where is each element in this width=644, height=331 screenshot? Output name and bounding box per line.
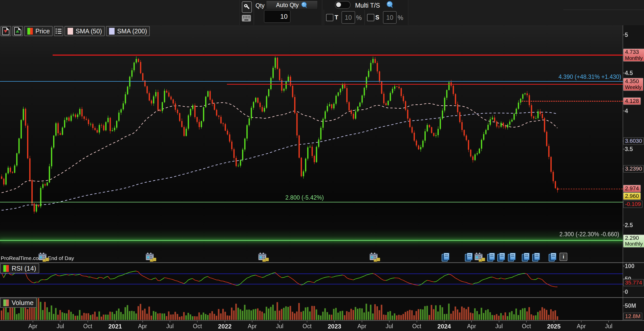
time-axis-tick bbox=[280, 321, 280, 322]
axis-value-label: -0.109 bbox=[623, 201, 642, 208]
time-axis-tick bbox=[33, 321, 33, 322]
rsi-legend-label: RSI (14) bbox=[12, 265, 36, 272]
time-axis-tick bbox=[307, 321, 307, 322]
dividend-calendar-icon[interactable] bbox=[258, 253, 267, 262]
panel-divider bbox=[0, 320, 644, 321]
time-axis-label: Apr bbox=[357, 323, 367, 330]
time-axis-tick bbox=[252, 321, 252, 322]
page-up-arrow-icon bbox=[14, 27, 21, 35]
time-axis-tick bbox=[225, 321, 225, 322]
indicator-list-button[interactable] bbox=[54, 26, 63, 36]
resistance-4350[interactable] bbox=[227, 84, 623, 85]
time-axis-tick bbox=[362, 321, 362, 322]
dividend-calendar-icon[interactable] bbox=[370, 253, 379, 262]
panel-divider[interactable] bbox=[0, 297, 644, 298]
time-axis-label: Oct bbox=[412, 323, 421, 330]
info-icon[interactable]: i bbox=[560, 253, 567, 262]
time-axis-label: Jul bbox=[495, 323, 503, 330]
news-docs-icon[interactable] bbox=[487, 253, 495, 262]
news-docs-icon[interactable] bbox=[549, 253, 556, 262]
price-legend-chip[interactable]: Price bbox=[24, 26, 53, 36]
time-axis-tick bbox=[608, 321, 609, 322]
time-axis-tick bbox=[444, 321, 444, 322]
time-axis-label: Oct bbox=[303, 323, 312, 330]
news-docs-icon[interactable] bbox=[508, 253, 516, 262]
axis-value-label: 4.128 bbox=[623, 98, 641, 105]
axis-value-label: 4.350Weekly bbox=[623, 78, 643, 91]
time-axis-label: Jul bbox=[276, 323, 283, 330]
page-down-arrow-icon bbox=[2, 27, 9, 35]
axis-value-label: 3.2390 bbox=[623, 165, 644, 173]
price-chart-canvas[interactable] bbox=[0, 0, 644, 331]
news-docs-icon[interactable] bbox=[442, 253, 449, 262]
sma200-legend-label: SMA (200) bbox=[117, 28, 147, 35]
time-axis-label: Jul bbox=[57, 323, 64, 330]
dashed-4128[interactable] bbox=[522, 101, 623, 102]
dividend-calendar-icon[interactable] bbox=[38, 253, 48, 262]
time-axis-label: Apr bbox=[248, 323, 257, 330]
axis-tick bbox=[623, 111, 625, 111]
sma50-legend-label: SMA (50) bbox=[76, 28, 102, 35]
resistance-4733[interactable] bbox=[53, 55, 623, 56]
prorealtime-window: Qty Auto Qty 10 Multi T/S bbox=[0, 0, 644, 331]
sma50-swatch-icon bbox=[67, 28, 73, 35]
time-axis-tick bbox=[88, 321, 88, 322]
time-axis-tick bbox=[581, 321, 582, 322]
sma200-swatch-icon bbox=[109, 28, 115, 35]
sell-order-button[interactable] bbox=[1, 26, 11, 36]
news-docs-icon[interactable] bbox=[522, 253, 529, 262]
time-axis-label: Apr bbox=[138, 323, 147, 330]
time-axis-tick bbox=[417, 321, 417, 322]
time-axis-tick bbox=[170, 321, 170, 322]
axis-value-label: 3.6030 bbox=[623, 137, 644, 145]
dividend-calendar-icon[interactable] bbox=[146, 253, 155, 262]
price-legend-label: Price bbox=[35, 28, 50, 35]
support-2800[interactable] bbox=[0, 202, 623, 202]
news-docs-icon[interactable] bbox=[497, 253, 505, 262]
axis-tick-label: 0 bbox=[625, 289, 628, 295]
dividend-calendar-icon[interactable] bbox=[475, 253, 484, 262]
support-band-line[interactable] bbox=[0, 239, 623, 242]
axis-tick-label: 4.5 bbox=[625, 69, 633, 76]
time-axis-label: 2025 bbox=[547, 323, 561, 330]
axis-tick-label: 5 bbox=[625, 32, 628, 38]
time-axis-label: 2024 bbox=[437, 323, 451, 330]
news-docs-icon[interactable] bbox=[465, 253, 473, 262]
axis-tick-label: 2.5 bbox=[625, 222, 633, 228]
sma200-legend-chip[interactable]: SMA (200) bbox=[106, 26, 150, 36]
axis-tick bbox=[623, 305, 625, 306]
time-axis-label: 2021 bbox=[108, 323, 122, 330]
time-axis-label: Apr bbox=[28, 323, 37, 330]
axis-tick bbox=[623, 292, 625, 292]
buy-order-button[interactable] bbox=[12, 26, 23, 36]
rsi-swatch-icon bbox=[3, 265, 9, 272]
time-axis-label: Jul bbox=[385, 323, 393, 330]
time-axis-tick bbox=[526, 321, 527, 322]
time-axis-tick bbox=[334, 321, 335, 322]
rsi-legend-chip[interactable]: RSI (14) bbox=[0, 263, 39, 273]
volume-legend-chip[interactable]: Volume bbox=[0, 298, 37, 308]
time-axis-label: Oct bbox=[83, 323, 92, 330]
axis-value-label: 2.974 bbox=[623, 185, 641, 192]
axis-tick bbox=[623, 149, 625, 149]
news-docs-icon[interactable] bbox=[532, 253, 540, 262]
volume-legend-label: Volume bbox=[12, 299, 34, 307]
time-axis-label: 2022 bbox=[218, 323, 231, 330]
time-axis-tick bbox=[60, 321, 60, 322]
price-axis-line bbox=[623, 25, 623, 320]
axis-tick bbox=[623, 35, 625, 35]
dashed-2974[interactable] bbox=[558, 189, 623, 189]
sma50-legend-chip[interactable]: SMA (50) bbox=[65, 26, 105, 36]
panel-divider[interactable] bbox=[0, 262, 644, 263]
target-4390[interactable] bbox=[0, 81, 623, 82]
axis-tick-label: 4 bbox=[625, 108, 628, 114]
axis-tick bbox=[623, 73, 625, 73]
axis-tick bbox=[623, 266, 625, 266]
price-legend-row: Price SMA (50) SMA (200) bbox=[1, 26, 150, 36]
axis-tick bbox=[623, 225, 625, 225]
time-axis-tick bbox=[471, 321, 472, 322]
support-line-annotation: 2.800 (-5.42%) bbox=[285, 194, 324, 201]
support-band-annotation: 2.300 (-22.30% -0.660) bbox=[559, 231, 619, 238]
axis-value-label: 12.8M bbox=[623, 313, 642, 320]
time-axis-tick bbox=[115, 321, 115, 322]
